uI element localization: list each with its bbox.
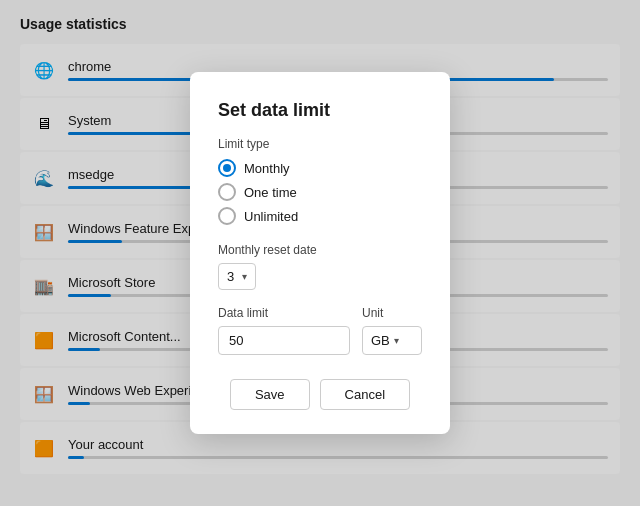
modal-title: Set data limit [218, 100, 422, 121]
data-limit-row: Data limit Unit GB ▾ [218, 306, 422, 355]
radio-unlimited-circle [218, 207, 236, 225]
radio-monthly[interactable]: Monthly [218, 159, 422, 177]
radio-monthly-label: Monthly [244, 161, 290, 176]
set-data-limit-dialog: Set data limit Limit type Monthly One ti… [190, 72, 450, 434]
action-buttons: Save Cancel [218, 379, 422, 410]
limit-type-radio-group: Monthly One time Unlimited [218, 159, 422, 225]
radio-one-time-label: One time [244, 185, 297, 200]
reset-date-chevron-icon: ▾ [242, 271, 247, 282]
save-button[interactable]: Save [230, 379, 310, 410]
data-limit-label: Data limit [218, 306, 350, 320]
radio-one-time[interactable]: One time [218, 183, 422, 201]
reset-date-select[interactable]: 3 ▾ [218, 263, 256, 290]
unit-chevron-icon: ▾ [394, 335, 399, 346]
radio-one-time-circle [218, 183, 236, 201]
data-limit-input[interactable] [218, 326, 350, 355]
reset-date-value: 3 [227, 269, 234, 284]
data-limit-field: Data limit [218, 306, 350, 355]
radio-monthly-circle [218, 159, 236, 177]
unit-value: GB [371, 333, 390, 348]
reset-date-section: Monthly reset date 3 ▾ [218, 243, 422, 290]
radio-unlimited[interactable]: Unlimited [218, 207, 422, 225]
reset-date-label: Monthly reset date [218, 243, 422, 257]
radio-unlimited-label: Unlimited [244, 209, 298, 224]
cancel-button[interactable]: Cancel [320, 379, 410, 410]
limit-type-label: Limit type [218, 137, 422, 151]
unit-label: Unit [362, 306, 422, 320]
unit-select[interactable]: GB ▾ [362, 326, 422, 355]
modal-overlay: Set data limit Limit type Monthly One ti… [0, 0, 640, 506]
unit-field: Unit GB ▾ [362, 306, 422, 355]
